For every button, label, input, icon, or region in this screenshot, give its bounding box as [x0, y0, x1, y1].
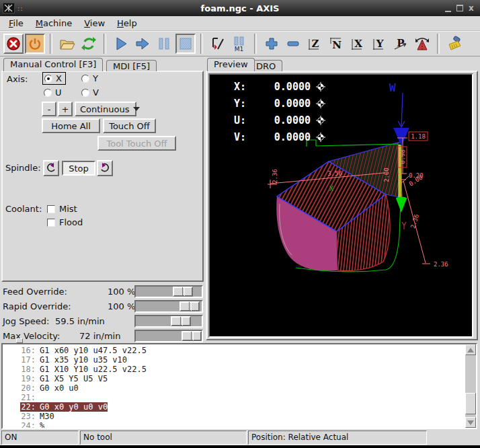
gcode-line[interactable]: 18:G1 X10 Y10 u22.5 v22.5 [3, 365, 464, 374]
svg-text:X: X [354, 38, 362, 50]
scroll-up-button[interactable] [465, 344, 476, 355]
jog-plus-button[interactable]: + [58, 102, 73, 116]
tab-mdi[interactable]: MDI [F5] [106, 60, 157, 71]
scrollbar-thumb[interactable] [465, 393, 476, 414]
preview-canvas[interactable]: W 1.18 0.98 0.20 0.00 [208, 73, 473, 338]
tab-preview[interactable]: Preview [207, 58, 255, 71]
scroll-down-button[interactable] [465, 417, 476, 428]
view-z-icon: Z [307, 36, 323, 52]
zoom-out-button[interactable] [283, 34, 303, 54]
gcode-line[interactable]: 24:% [3, 421, 464, 429]
dro-row-x: X:0.0000 [234, 78, 325, 95]
machine-power-button[interactable] [25, 34, 45, 54]
touch-off-button[interactable]: Touch Off [103, 118, 156, 133]
dro-row-v: V:0.0000 [234, 128, 325, 145]
spindle-cw-button[interactable] [97, 160, 113, 176]
view-y-button[interactable]: Y [369, 34, 389, 54]
gcode-scrollbar[interactable] [465, 344, 476, 428]
pause-button[interactable] [154, 34, 174, 54]
menubar: File Machine View Help [0, 16, 480, 31]
spindle-stop-button[interactable]: Stop [62, 161, 95, 176]
dro-row-u: U:0.0000 [234, 112, 325, 128]
triangle-down-icon [467, 420, 474, 425]
axis-radio-u[interactable]: U [42, 87, 65, 98]
axis-radio-v[interactable]: V [80, 87, 102, 98]
view-y-icon: Y [371, 36, 387, 52]
maximize-button[interactable] [456, 5, 463, 11]
clear-plot-icon [446, 36, 463, 52]
step-button[interactable] [132, 34, 153, 54]
mist-checkbox[interactable]: Mist [47, 204, 77, 214]
stop-button[interactable] [175, 34, 196, 54]
gcode-line[interactable]: 22:G0 x0 y0 u0 v0 [3, 402, 464, 412]
jog-speed-row: Jog Speed: 59.5 in/min [0, 315, 205, 328]
menu-help[interactable]: Help [111, 17, 143, 30]
jog-speed-slider[interactable] [134, 315, 203, 328]
spindle-ccw-button[interactable] [43, 160, 59, 176]
slider-handle[interactable] [182, 331, 202, 341]
homed-icon [316, 116, 325, 125]
svg-text:0.98: 0.98 [399, 149, 406, 164]
triangle-up-icon [467, 348, 474, 352]
axis-label: Axis: [7, 74, 28, 84]
view-z-button[interactable]: Z [305, 34, 325, 54]
radio-circle [44, 89, 52, 97]
menu-file[interactable]: File [3, 17, 30, 30]
gcode-line[interactable]: 17:G1 x35 y10 u35 v10 [3, 355, 464, 365]
slider-handle[interactable] [173, 287, 193, 297]
axis-radio-x[interactable]: X [42, 72, 66, 85]
jog-minus-button[interactable]: - [42, 102, 56, 116]
close-button[interactable]: x [469, 5, 476, 12]
menu-view[interactable]: View [78, 17, 111, 30]
home-all-button[interactable]: Home All [42, 118, 100, 133]
estop-button[interactable] [3, 34, 24, 54]
gcode-line[interactable]: 19:G1 X5 Y5 U5 V5 [3, 374, 464, 383]
checkbox-box [47, 205, 55, 213]
tab-manual-control[interactable]: Manual Control [F3] [3, 58, 103, 71]
gcode-line[interactable]: 20:G0 x0 u0 [3, 383, 464, 393]
x-axis-marker: X [329, 185, 333, 192]
view-x-button[interactable]: X [348, 34, 368, 54]
rotate-view-button[interactable] [412, 34, 432, 54]
max-velocity-slider[interactable] [134, 330, 203, 342]
axis-radio-y[interactable]: Y [80, 73, 102, 84]
gcode-line[interactable]: 16:G1 x60 y10 u47.5 v22.5 [3, 346, 464, 355]
minimize-button[interactable] [445, 5, 451, 12]
view-z-rotated-button[interactable]: N [326, 34, 346, 54]
chevron-down-icon [133, 107, 140, 111]
rapid-override-slider[interactable] [134, 300, 203, 313]
toolbar-separator [437, 34, 440, 54]
checkbox-box [47, 219, 55, 227]
titlebar[interactable]: :: foam.ngc - AXIS x [0, 0, 480, 16]
jog-increment-dropdown[interactable]: Continuous [75, 102, 136, 116]
skip-lines-icon [210, 36, 226, 52]
zoom-in-button[interactable] [262, 34, 282, 54]
radio-circle [81, 89, 89, 97]
skip-lines-button[interactable] [208, 34, 228, 54]
gcode-listing[interactable]: 16:G1 x60 y10 u47.5 v22.5 17:G1 x35 y10 … [1, 343, 477, 429]
gcode-line[interactable]: 23:M30 [3, 412, 464, 421]
feed-override-row: Feed Override: 100 % [0, 285, 205, 299]
slider-handle[interactable] [179, 301, 200, 311]
rotate-view-icon [414, 36, 430, 52]
feed-override-slider[interactable] [134, 285, 203, 298]
menu-machine[interactable]: Machine [30, 17, 78, 30]
flood-checkbox[interactable]: Flood [47, 217, 83, 227]
window-title: foam.ngc - AXIS [0, 3, 480, 13]
gcode-line[interactable]: 21: [3, 393, 464, 402]
open-file-button[interactable] [57, 34, 77, 54]
pane-sash-handle[interactable] [16, 338, 23, 343]
view-x-icon: X [350, 36, 366, 52]
svg-text:Z: Z [312, 38, 319, 50]
optional-pause-button[interactable]: M1 [229, 34, 249, 54]
clear-plot-button[interactable] [444, 34, 465, 54]
run-button[interactable] [111, 34, 131, 54]
slider-handle[interactable] [171, 316, 191, 326]
homed-icon [316, 99, 325, 108]
stop-icon [178, 36, 193, 51]
spindle-ccw-icon [45, 162, 57, 174]
jog-speed-value: 59.5 in/min [55, 316, 105, 326]
reload-button[interactable] [79, 34, 99, 54]
view-perspective-button[interactable]: P [391, 34, 411, 54]
svg-text:Y: Y [376, 38, 384, 50]
